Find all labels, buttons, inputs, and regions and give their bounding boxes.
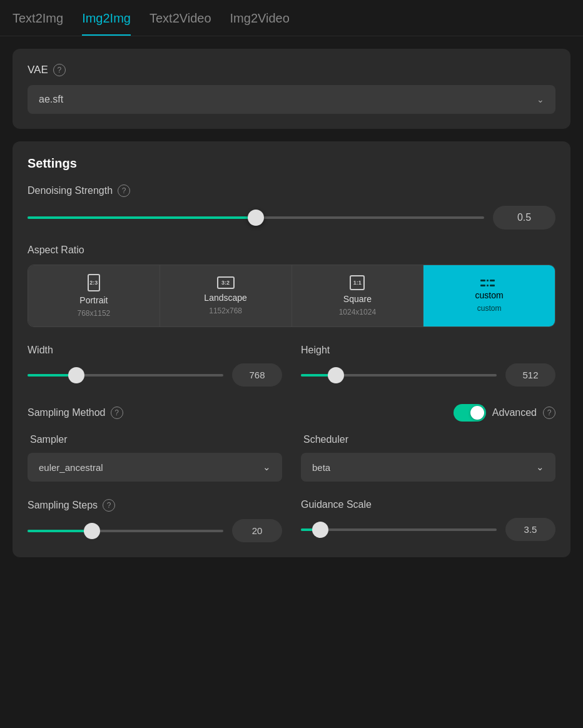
vae-dropdown-arrow: ⌄ xyxy=(537,94,544,104)
guidance-value: 3.5 xyxy=(505,518,555,541)
aspect-portrait[interactable]: 2:3 Portrait 768x1152 xyxy=(28,265,160,326)
tab-img2img[interactable]: Img2Img xyxy=(82,11,131,36)
portrait-res: 768x1152 xyxy=(78,309,111,318)
width-value: 768 xyxy=(232,363,282,387)
denoising-slider-track[interactable] xyxy=(28,216,484,219)
settings-card: Settings Denoising Strength ? 0.5 Aspect… xyxy=(13,141,570,557)
sampler-value: euler_ancestral xyxy=(39,462,103,473)
scheduler-label: Scheduler xyxy=(301,434,555,445)
guidance-slider-thumb[interactable] xyxy=(312,522,328,538)
sampling-method-header: Sampling Method ? Advanced ? xyxy=(28,404,555,422)
width-label: Width xyxy=(28,345,282,356)
steps-slider-fill xyxy=(28,530,92,532)
sampler-dropdown[interactable]: euler_ancestral ⌄ xyxy=(28,453,282,482)
height-group: Height 512 xyxy=(301,345,555,387)
aspect-square[interactable]: 1:1 Square 1024x1024 xyxy=(292,265,424,326)
steps-slider-track[interactable] xyxy=(28,530,223,532)
sampling-method-right: Advanced ? xyxy=(454,404,555,422)
vae-dropdown[interactable]: ae.sft ⌄ xyxy=(28,85,555,114)
sampling-method-help-icon[interactable]: ? xyxy=(111,407,123,419)
denoising-slider-row: 0.5 xyxy=(28,206,555,230)
advanced-label: Advanced xyxy=(492,407,537,418)
width-slider-row: 768 xyxy=(28,363,282,387)
sampler-group: Sampler euler_ancestral ⌄ xyxy=(28,434,282,482)
aspect-landscape[interactable]: 3:2 Landscape 1152x768 xyxy=(160,265,292,326)
steps-label: Sampling Steps ? xyxy=(28,499,282,512)
scheduler-dropdown[interactable]: beta ⌄ xyxy=(301,453,555,482)
denoising-value: 0.5 xyxy=(493,206,555,230)
landscape-icon: 3:2 xyxy=(217,276,235,289)
custom-res: custom xyxy=(477,304,502,313)
landscape-label: Landscape xyxy=(204,293,247,303)
advanced-help-icon[interactable]: ? xyxy=(543,407,555,419)
width-group: Width 768 xyxy=(28,345,282,387)
denoising-slider-fill xyxy=(28,216,256,219)
width-slider-thumb[interactable] xyxy=(68,367,84,383)
steps-group: Sampling Steps ? 20 xyxy=(28,499,282,542)
tab-bar: Text2Img Img2Img Text2Video Img2Video xyxy=(0,0,583,36)
height-slider-thumb[interactable] xyxy=(328,367,344,383)
height-label: Height xyxy=(301,345,555,356)
vae-value: ae.sft xyxy=(39,94,63,105)
height-slider-row: 512 xyxy=(301,363,555,387)
guidance-slider-row: 3.5 xyxy=(301,518,555,541)
square-label: Square xyxy=(343,294,372,304)
custom-label: custom xyxy=(475,290,504,300)
steps-value: 20 xyxy=(232,519,282,542)
sampler-scheduler-row: Sampler euler_ancestral ⌄ Scheduler beta… xyxy=(28,434,555,482)
vae-help-icon[interactable]: ? xyxy=(53,64,66,76)
vae-label: VAE ? xyxy=(28,64,555,76)
steps-guidance-row: Sampling Steps ? 20 Guidance Scale 3 xyxy=(28,499,555,542)
square-res: 1024x1024 xyxy=(339,308,376,316)
aspect-custom[interactable]: custom custom xyxy=(423,265,555,326)
scheduler-dropdown-arrow: ⌄ xyxy=(536,462,544,473)
sampling-method-label: Sampling Method xyxy=(28,407,106,418)
portrait-label: Portrait xyxy=(79,295,108,305)
vae-card: VAE ? ae.sft ⌄ xyxy=(13,49,570,129)
height-value: 512 xyxy=(505,363,555,387)
portrait-icon: 2:3 xyxy=(88,274,100,291)
sampler-label: Sampler xyxy=(28,434,282,445)
denoising-help-icon[interactable]: ? xyxy=(118,185,130,197)
scheduler-group: Scheduler beta ⌄ xyxy=(301,434,555,482)
tab-img2video[interactable]: Img2Video xyxy=(230,11,290,36)
guidance-group: Guidance Scale 3.5 xyxy=(301,499,555,542)
settings-title: Settings xyxy=(28,156,555,171)
aspect-ratio-label: Aspect Ratio xyxy=(28,245,555,256)
steps-slider-row: 20 xyxy=(28,519,282,542)
sampler-dropdown-arrow: ⌄ xyxy=(263,462,271,473)
denoising-slider-thumb[interactable] xyxy=(248,210,264,226)
landscape-res: 1152x768 xyxy=(209,306,242,315)
steps-help-icon[interactable]: ? xyxy=(103,499,115,512)
height-slider-track[interactable] xyxy=(301,374,497,377)
denoising-label: Denoising Strength ? xyxy=(28,185,555,197)
sampling-method-left: Sampling Method ? xyxy=(28,407,123,419)
square-icon: 1:1 xyxy=(350,275,365,290)
width-slider-track[interactable] xyxy=(28,374,223,377)
scheduler-value: beta xyxy=(312,462,330,473)
custom-icon xyxy=(480,280,498,286)
tab-text2img[interactable]: Text2Img xyxy=(13,11,63,36)
guidance-label: Guidance Scale xyxy=(301,499,555,510)
steps-slider-thumb[interactable] xyxy=(84,523,100,539)
tab-text2video[interactable]: Text2Video xyxy=(150,11,211,36)
guidance-slider-track[interactable] xyxy=(301,528,497,531)
advanced-toggle[interactable] xyxy=(454,404,486,422)
toggle-knob xyxy=(470,406,484,420)
vae-label-text: VAE xyxy=(28,64,48,76)
width-height-row: Width 768 Height 512 xyxy=(28,345,555,387)
aspect-ratio-options: 2:3 Portrait 768x1152 3:2 Landscape 1152… xyxy=(28,265,555,327)
